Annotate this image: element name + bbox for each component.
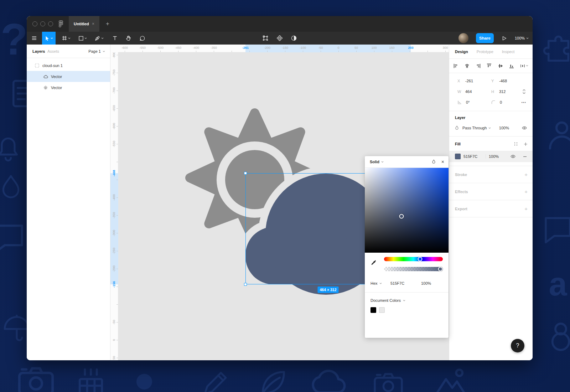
fill-color-swatch[interactable]: [455, 154, 461, 159]
y-position-field[interactable]: Y -468: [483, 79, 517, 83]
figma-logo-icon[interactable]: [58, 20, 64, 28]
comment-tool-button[interactable]: [136, 32, 148, 45]
pen-icon: [95, 36, 100, 41]
align-right-icon[interactable]: [476, 63, 481, 68]
text-tool-button[interactable]: [109, 32, 120, 45]
align-vertical-center-icon[interactable]: [498, 63, 503, 68]
mask-icon: [291, 35, 297, 41]
add-export-button[interactable]: +: [524, 206, 528, 212]
tab-layers[interactable]: Layers: [32, 49, 45, 53]
add-effect-button[interactable]: +: [524, 189, 528, 195]
more-options-button[interactable]: •••: [521, 100, 526, 104]
selection-handle-top-left[interactable]: [244, 172, 247, 175]
color-format-dropdown[interactable]: Hex: [370, 281, 390, 285]
tab-inspect[interactable]: Inspect: [502, 50, 514, 54]
align-horizontal-center-icon[interactable]: [465, 63, 470, 68]
zoom-level-value: 100%: [515, 36, 525, 40]
align-bottom-icon[interactable]: [509, 63, 514, 68]
inspector-tabs: Design Prototype Inspect: [449, 45, 533, 59]
rotation-value: 0°: [466, 100, 470, 104]
hex-input[interactable]: 515F7C: [390, 281, 421, 285]
user-avatar[interactable]: [458, 33, 468, 43]
shape-tool-button[interactable]: [76, 32, 89, 45]
blend-droplet-icon[interactable]: [432, 159, 436, 164]
tab-assets[interactable]: Assets: [47, 49, 59, 53]
pen-tool-button[interactable]: [93, 32, 105, 45]
rotation-field[interactable]: 0°: [449, 100, 483, 104]
fill-visibility-toggle[interactable]: [511, 155, 515, 158]
layer-section-title: Layer: [449, 115, 533, 120]
hand-tool-button[interactable]: [123, 32, 134, 45]
distribute-menu-button[interactable]: [520, 63, 528, 68]
eyedropper-button[interactable]: [370, 260, 376, 266]
hue-slider-handle[interactable]: [418, 257, 422, 262]
help-button[interactable]: ?: [511, 339, 524, 352]
fill-opacity-value[interactable]: 100%: [486, 154, 499, 159]
window-control-minimize[interactable]: [40, 21, 45, 26]
x-label: X: [457, 79, 461, 83]
document-color-swatch[interactable]: [379, 307, 385, 313]
styles-icon[interactable]: [514, 142, 518, 146]
zoom-level-control[interactable]: 100%: [515, 32, 529, 45]
corner-radius-field[interactable]: 0: [483, 100, 517, 104]
paint-type-dropdown[interactable]: Solid: [370, 160, 384, 164]
chevron-down-icon: [51, 37, 53, 39]
close-picker-button[interactable]: ×: [441, 159, 444, 165]
opacity-slider-handle[interactable]: [438, 267, 443, 272]
alignment-toolbar: [449, 59, 533, 73]
edit-object-button[interactable]: [260, 32, 271, 45]
fill-row[interactable]: 515F7C 100%: [449, 151, 533, 162]
blend-mode-value: Pass Through: [462, 126, 487, 130]
tab-design[interactable]: Design: [455, 50, 468, 54]
corner-radius-icon: [491, 100, 496, 104]
paint-type-value: Solid: [370, 160, 379, 164]
document-color-swatches: [370, 307, 385, 313]
vector-edit-icon: [263, 35, 268, 41]
blend-mode-icon[interactable]: [455, 125, 459, 130]
selection-handle-bottom-left[interactable]: [244, 283, 247, 286]
file-tab-untitled[interactable]: Untitled ×: [69, 16, 99, 32]
new-tab-button[interactable]: +: [106, 21, 109, 27]
tab-prototype[interactable]: Prototype: [477, 50, 493, 54]
x-position-field[interactable]: X -261: [449, 79, 483, 83]
rectangle-icon: [79, 36, 83, 41]
hue-slider[interactable]: [384, 257, 443, 261]
frame-tool-button[interactable]: [60, 32, 73, 45]
opacity-input[interactable]: 100%: [421, 281, 431, 285]
chevron-down-icon: [101, 37, 104, 39]
layer-visibility-toggle[interactable]: [522, 126, 527, 130]
main-menu-button[interactable]: [30, 32, 39, 45]
window-control-close[interactable]: [32, 21, 37, 26]
fill-hex-value[interactable]: 515F7C: [463, 154, 486, 159]
remove-fill-button[interactable]: [523, 155, 527, 159]
add-stroke-button[interactable]: +: [524, 171, 528, 177]
opacity-slider[interactable]: [384, 267, 443, 271]
create-component-button[interactable]: [274, 32, 285, 45]
cloud-doodle-icon: [309, 364, 349, 392]
share-button[interactable]: Share: [476, 33, 494, 43]
page-selector[interactable]: Page 1: [88, 49, 105, 53]
tab-close-icon[interactable]: ×: [92, 21, 94, 26]
chevron-down-icon: [526, 37, 529, 39]
layer-row[interactable]: Vector: [27, 71, 110, 82]
constrain-proportions-toggle[interactable]: [522, 89, 526, 94]
layer-row[interactable]: cloud-sun 1: [27, 60, 110, 71]
align-top-icon[interactable]: [487, 63, 492, 68]
blend-mode-dropdown[interactable]: Pass Through: [462, 126, 491, 130]
drop-doodle-icon: [0, 173, 26, 203]
layer-opacity-field[interactable]: 100%: [499, 126, 509, 130]
document-colors-dropdown[interactable]: Document Colors: [370, 298, 405, 303]
color-picker-handle[interactable]: [399, 214, 404, 218]
present-button[interactable]: [499, 32, 510, 45]
layer-row[interactable]: Vector: [27, 82, 110, 93]
width-field[interactable]: W 464: [449, 89, 483, 94]
chevron-down-icon: [84, 37, 87, 39]
height-field[interactable]: H 312: [483, 89, 517, 94]
window-control-maximize[interactable]: [48, 21, 53, 26]
move-tool-button[interactable]: [42, 32, 56, 45]
mask-button[interactable]: [288, 32, 300, 45]
align-left-icon[interactable]: [454, 63, 458, 68]
document-color-swatch[interactable]: [370, 307, 376, 313]
add-fill-button[interactable]: [524, 142, 528, 146]
saturation-brightness-area[interactable]: [365, 168, 449, 253]
